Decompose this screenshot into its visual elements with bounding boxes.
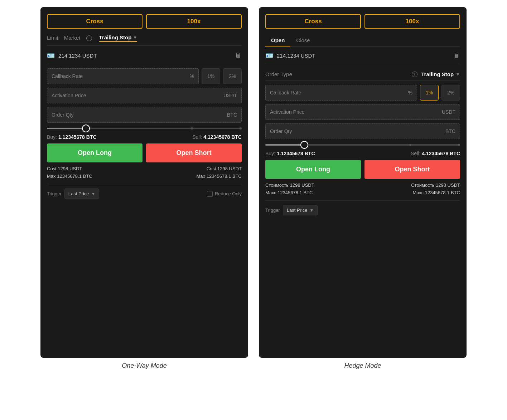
- right-activation-unit: USDT: [442, 109, 455, 115]
- right-open-long-button[interactable]: Open Long: [265, 160, 361, 179]
- left-balance-value: 214.1234 USDT: [58, 53, 97, 59]
- right-cost-max-section: Стоимость 1298 USDT Стоимость 1298 USDT …: [265, 182, 460, 195]
- right-panel: Cross 100x Open Close 🪪 214.1234 USDT 🖩 …: [259, 7, 467, 358]
- right-balance-row: 🪪 214.1234 USDT 🖩: [265, 52, 460, 63]
- right-callback-field[interactable]: Callback Rate %: [265, 85, 417, 101]
- left-leverage-button[interactable]: 100x: [146, 14, 242, 29]
- right-sell-value: 4.12345678 BTC: [422, 151, 460, 156]
- right-order-type-label: Order Type: [265, 71, 292, 77]
- right-buy-info: Buy: 1.12345678 BTC: [265, 151, 315, 156]
- left-panel-wrapper: Cross 100x Limit Market i Trailing Stop …: [40, 7, 248, 370]
- right-sell-label: Sell:: [411, 151, 420, 156]
- left-qty-unit: BTC: [227, 112, 237, 118]
- right-trigger-left: Trigger Last Price ▼: [265, 205, 318, 215]
- left-max-row: Max 12345678.1 BTC Max 12345678.1 BTC: [47, 174, 242, 179]
- left-calc-icon[interactable]: 🖩: [235, 52, 242, 59]
- left-rate-btn-1[interactable]: 1%: [202, 68, 220, 84]
- left-callback-row: Callback Rate % 1% 2%: [47, 68, 242, 84]
- left-qty-field[interactable]: Order Qty BTC: [47, 107, 242, 123]
- left-slider-row[interactable]: [47, 128, 242, 129]
- left-activation-field[interactable]: Activation Price USDT: [47, 88, 242, 103]
- left-slider-track: [47, 128, 242, 129]
- right-tab-open[interactable]: Open: [265, 34, 290, 46]
- left-buysell-row: Buy: 1.12345678 BTC Sell: 4.12345678 BTC: [47, 134, 242, 140]
- left-top-buttons: Cross 100x: [47, 14, 242, 29]
- right-tab-row: Open Close: [265, 34, 460, 47]
- right-top-buttons: Cross 100x: [265, 14, 460, 29]
- right-bottom-row: Trigger Last Price ▼: [265, 200, 460, 215]
- right-cross-button[interactable]: Cross: [265, 14, 361, 29]
- left-buy-info: Buy: 1.12345678 BTC: [47, 134, 97, 140]
- right-max-right: Макс 12345678.1 BTC: [413, 190, 460, 195]
- right-panel-wrapper: Cross 100x Open Close 🪪 214.1234 USDT 🖩 …: [259, 7, 467, 370]
- left-action-buttons: Open Long Open Short: [47, 143, 242, 162]
- right-trigger-select[interactable]: Last Price ▼: [283, 205, 318, 215]
- left-callback-field[interactable]: Callback Rate %: [47, 68, 199, 84]
- right-qty-field[interactable]: Order Qty BTC: [265, 123, 460, 139]
- right-open-short-button[interactable]: Open Short: [364, 160, 460, 179]
- left-balance-left: 🪪 214.1234 USDT: [47, 52, 97, 59]
- left-cross-button[interactable]: Cross: [47, 14, 143, 29]
- right-activation-field[interactable]: Activation Price USDT: [265, 104, 460, 120]
- right-cost-right: Стоимость 1298 USDT: [411, 182, 460, 188]
- right-rate-btn-1[interactable]: 1%: [420, 85, 439, 101]
- left-cost-left: Cost 1298 USDT: [47, 166, 82, 171]
- right-slider-thumb[interactable]: [300, 141, 308, 149]
- left-sell-info: Sell: 4.12345678 BTC: [192, 134, 242, 140]
- left-qty-row: Order Qty BTC: [47, 107, 242, 123]
- left-buy-value: 1.12345678 BTC: [58, 134, 97, 140]
- right-max-row: Макс 12345678.1 BTC Макс 12345678.1 BTC: [265, 190, 460, 195]
- left-buy-label: Buy:: [47, 134, 57, 140]
- left-open-long-button[interactable]: Open Long: [47, 143, 143, 162]
- left-open-short-button[interactable]: Open Short: [146, 143, 242, 162]
- left-order-type-tabs: Limit Market i Trailing Stop ▼: [47, 34, 242, 46]
- right-slider-fill: [265, 144, 304, 146]
- left-trigger-select[interactable]: Last Price ▼: [64, 189, 100, 199]
- right-buy-value: 1.12345678 BTC: [277, 151, 315, 156]
- left-slider-thumb[interactable]: [82, 124, 90, 132]
- right-balance-left: 🪪 214.1234 USDT: [265, 52, 315, 59]
- right-calc-icon[interactable]: 🖩: [454, 52, 460, 59]
- left-trigger-value: Last Price: [68, 191, 89, 196]
- right-trigger-label: Trigger: [265, 207, 280, 213]
- left-cost-max-section: Cost 1298 USDT Cost 1298 USDT Max 123456…: [47, 166, 242, 179]
- right-sell-info: Sell: 4.12345678 BTC: [411, 151, 460, 156]
- right-card-icon: 🪪: [265, 52, 273, 59]
- left-max-right: Max 12345678.1 BTC: [197, 174, 242, 179]
- left-reduce-only[interactable]: Reduce Only: [207, 191, 242, 197]
- right-trigger-value: Last Price: [287, 207, 308, 213]
- left-reduce-only-checkbox[interactable]: [207, 191, 213, 197]
- right-order-type-select[interactable]: i Trailing Stop ▼: [412, 71, 460, 77]
- left-trigger-left: Trigger Last Price ▼: [47, 189, 99, 199]
- right-info-icon: i: [412, 72, 417, 77]
- right-action-buttons: Open Long Open Short: [265, 160, 460, 179]
- left-tab-trailing[interactable]: Trailing Stop ▼: [99, 34, 137, 42]
- main-container: Cross 100x Limit Market i Trailing Stop …: [7, 7, 500, 370]
- right-order-type-row: Order Type i Trailing Stop ▼: [265, 68, 460, 80]
- right-slider-track: [265, 144, 460, 146]
- right-buy-label: Buy:: [265, 151, 275, 156]
- right-leverage-button[interactable]: 100x: [364, 14, 460, 29]
- right-qty-row: Order Qty BTC: [265, 123, 460, 139]
- right-mode-label: Hedge Mode: [344, 362, 381, 370]
- right-callback-unit: %: [408, 90, 412, 96]
- right-cost-left: Стоимость 1298 USDT: [265, 182, 314, 188]
- left-mode-label: One-Way Mode: [122, 362, 167, 370]
- right-activation-placeholder: Activation Price: [270, 109, 304, 115]
- left-activation-placeholder: Activation Price: [52, 93, 86, 98]
- right-slider-row[interactable]: [265, 144, 460, 146]
- left-tab-limit[interactable]: Limit: [47, 35, 58, 41]
- right-callback-row: Callback Rate % 1% 2%: [265, 85, 460, 101]
- left-tab-market[interactable]: Market: [64, 35, 81, 41]
- left-cost-row: Cost 1298 USDT Cost 1298 USDT: [47, 166, 242, 171]
- right-rate-btn-2[interactable]: 2%: [441, 85, 460, 101]
- right-slider-dot-3: [458, 144, 460, 146]
- right-order-type-arrow: ▼: [456, 72, 460, 77]
- right-qty-placeholder: Order Qty: [270, 128, 292, 134]
- right-slider-dot-2: [409, 144, 411, 146]
- right-buysell-row: Buy: 1.12345678 BTC Sell: 4.12345678 BTC: [265, 151, 460, 156]
- right-tab-close[interactable]: Close: [290, 34, 315, 46]
- left-activation-unit: USDT: [223, 93, 237, 98]
- trailing-dropdown-arrow: ▼: [133, 35, 137, 40]
- left-rate-btn-2[interactable]: 2%: [223, 68, 242, 84]
